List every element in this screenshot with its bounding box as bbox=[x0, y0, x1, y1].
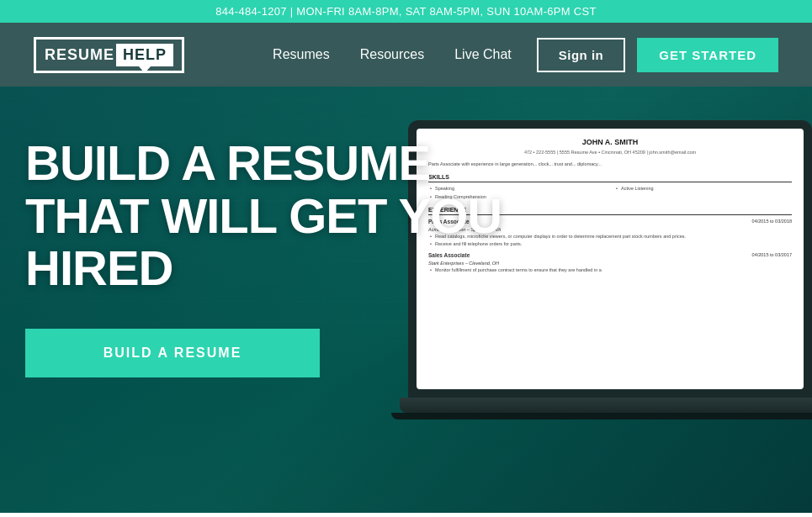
hero-title-line2: THAT WILL GET YOU HIRED bbox=[25, 190, 547, 295]
logo-box: RESUME HELP bbox=[34, 37, 184, 73]
skill-2: Active Listening bbox=[614, 185, 792, 193]
job-2-date: 04/2015 to 03/2017 bbox=[752, 251, 792, 258]
job-1-date: 04/2015 to 03/2018 bbox=[752, 218, 792, 224]
top-bar: 844-484-1207 | MON-FRI 8AM-8PM, SAT 8AM-… bbox=[0, 0, 812, 23]
logo[interactable]: RESUME HELP bbox=[34, 37, 184, 73]
navbar: RESUME HELP Resumes Resources Live Chat … bbox=[0, 23, 812, 87]
hero-title: BUILD A RESUME THAT WILL GET YOU HIRED bbox=[25, 137, 547, 295]
top-bar-text: 844-484-1207 | MON-FRI 8AM-8PM, SAT 8AM-… bbox=[215, 5, 596, 18]
hero-section: JOHN A. SMITH 472 • 222-5555 | 5555 Resu… bbox=[0, 87, 812, 513]
logo-help-wrap: HELP bbox=[116, 44, 173, 66]
hero-title-line1: BUILD A RESUME bbox=[25, 137, 547, 190]
signin-button[interactable]: Sign in bbox=[537, 38, 626, 72]
nav-link-resumes[interactable]: Resumes bbox=[273, 47, 330, 61]
nav-links: Resumes Resources Live Chat bbox=[273, 47, 512, 62]
get-started-button[interactable]: GET STARTED bbox=[637, 38, 778, 72]
nav-item-resources[interactable]: Resources bbox=[360, 47, 424, 62]
nav-link-live-chat[interactable]: Live Chat bbox=[454, 47, 512, 61]
laptop-base bbox=[400, 398, 812, 413]
laptop-foot bbox=[391, 413, 812, 419]
nav-item-live-chat[interactable]: Live Chat bbox=[454, 47, 512, 62]
nav-link-resources[interactable]: Resources bbox=[360, 47, 424, 61]
logo-help: HELP bbox=[123, 46, 167, 64]
build-resume-button[interactable]: BUILD A RESUME bbox=[25, 329, 320, 377]
logo-resume: RESUME bbox=[45, 46, 114, 64]
nav-item-resumes[interactable]: Resumes bbox=[273, 47, 330, 62]
hero-content: BUILD A RESUME THAT WILL GET YOU HIRED B… bbox=[25, 137, 547, 377]
